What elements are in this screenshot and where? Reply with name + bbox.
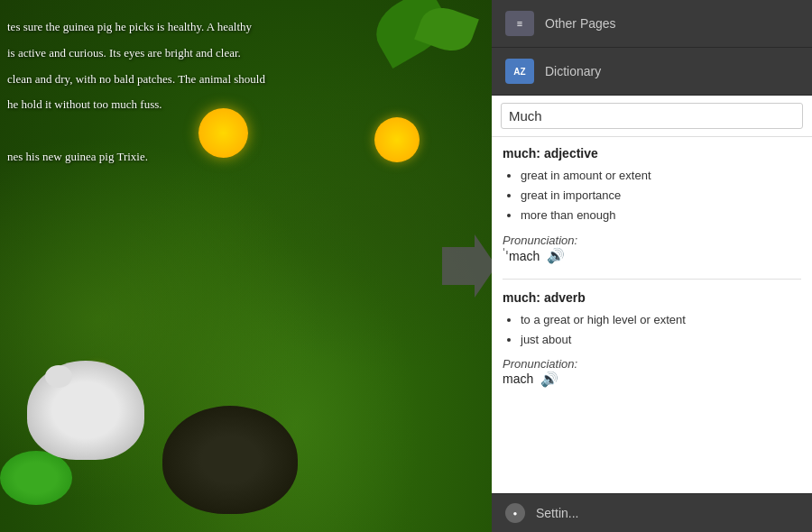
dict-definitions-adjective: great in amount or extent great in impor… — [521, 168, 801, 225]
arrow-shape — [442, 234, 492, 298]
pronunciation-text-adj: ˈˈmach 🔊 — [503, 247, 801, 264]
other-pages-label: Other Pages — [545, 16, 616, 31]
speaker-icon-adv[interactable]: 🔊 — [540, 371, 558, 388]
pronunciation-block-adv: Pronunciation: mach 🔊 — [503, 357, 801, 388]
other-pages-icon: ≡ — [505, 11, 534, 36]
book-text-line2: is active and curious. Its eyes are brig… — [7, 44, 265, 63]
pronunciation-label-adj: Pronunciation: — [503, 234, 801, 247]
dict-def-adj-3: more than enough — [521, 207, 801, 224]
settings-icon: ● — [505, 503, 525, 523]
dictionary-panel: much: adjective great in amount or exten… — [492, 96, 812, 493]
speaker-icon-adj[interactable]: 🔊 — [547, 247, 565, 264]
dict-divider-1 — [503, 279, 801, 280]
dict-def-adv-1: to a great or high level or extent — [521, 312, 801, 328]
guinea-pig-dark — [162, 406, 298, 514]
dandelion-1 — [198, 108, 248, 158]
pronunciation-mark-adj: ˈˈmach — [503, 247, 540, 263]
pronunciation-value-adv: mach — [503, 371, 533, 386]
dict-definitions-adverb: to a great or high level or extent just … — [521, 312, 801, 348]
watermelon-decoration — [0, 451, 72, 505]
dictionary-icon: AZ — [505, 59, 534, 84]
dict-def-adj-1: great in amount or extent — [521, 168, 801, 184]
dictionary-content[interactable]: much: adjective great in amount or exten… — [492, 137, 812, 493]
book-text-line1: tes sure the guinea pig he picks is heal… — [7, 18, 265, 37]
pronunciation-label-adv: Pronunciation: — [503, 357, 801, 371]
pronunciation-block-adj: Pronunciation: ˈˈmach 🔊 — [503, 234, 801, 264]
dict-def-adj-2: great in importance — [521, 188, 801, 204]
settings-label: Settin... — [536, 506, 578, 520]
dict-section-adverb: much: adverb to a great or high level or… — [503, 290, 801, 388]
settings-bar[interactable]: ● Settin... — [492, 493, 812, 532]
dandelion-2 — [374, 117, 420, 162]
dictionary-search-input[interactable] — [501, 103, 803, 129]
dict-word-type-adverb: much: adverb — [503, 290, 801, 305]
book-text-line3: clean and dry, with no bald patches. The… — [7, 70, 265, 89]
dictionary-label: Dictionary — [545, 64, 601, 78]
nav-other-pages[interactable]: ≡ Other Pages — [492, 0, 812, 48]
dict-section-adjective: much: adjective great in amount or exten… — [503, 146, 801, 264]
dictionary-search-bar — [492, 96, 812, 137]
panel-arrow — [442, 234, 492, 298]
pronunciation-text-adv: mach 🔊 — [503, 371, 801, 388]
book-panel: tes sure the guinea pig he picks is heal… — [0, 0, 492, 532]
nav-dictionary[interactable]: AZ Dictionary — [492, 48, 812, 96]
dict-def-adv-2: just about — [521, 332, 801, 348]
guinea-pig-white — [27, 361, 144, 460]
sidebar-panel: ≡ Other Pages AZ Dictionary much: adject… — [492, 0, 812, 532]
dict-word-type-adjective: much: adjective — [503, 146, 801, 161]
